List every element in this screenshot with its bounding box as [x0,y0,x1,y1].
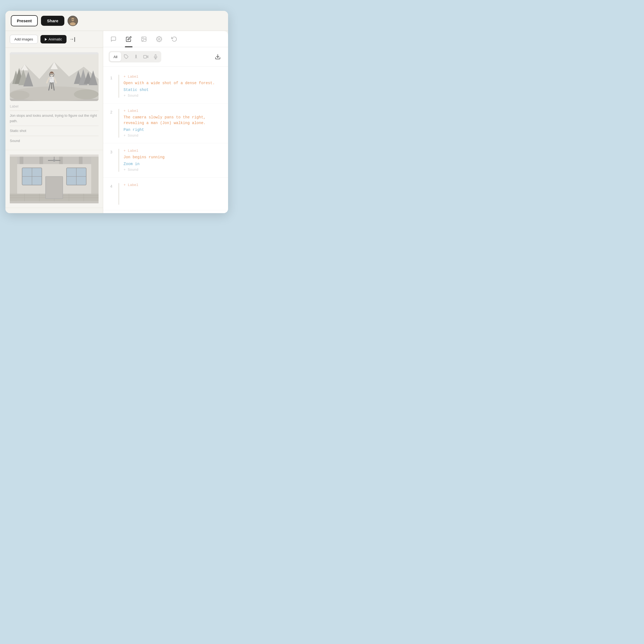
script-item-3: 3 + Label Jon begins running Zoom in + S… [103,143,228,178]
svg-rect-39 [39,157,43,164]
script-item-1: 1 + Label Open with a wide shot of a den… [103,69,228,103]
play-icon [45,38,47,41]
animatic-label: Animatic [49,37,62,41]
right-tabs [103,31,228,47]
script-content-2: + Label The camera slowly pans to the ri… [124,109,223,138]
script-camera-3[interactable]: Zoom in [124,162,223,166]
house-scene-svg [10,154,99,203]
script-number-1: 1 [109,75,114,98]
svg-rect-70 [144,55,147,58]
tab-script[interactable] [124,34,134,44]
storyboard-camera: Static shot [10,128,99,134]
storyboard-description: Jon stops and looks around, trying to fi… [10,113,99,124]
script-content-4: + Label [124,183,223,205]
script-bracket [118,75,119,98]
script-bracket-4 [118,183,119,205]
scene-house [10,154,99,203]
script-number-4: 4 [109,183,114,205]
script-label-add-4[interactable]: + Label [124,183,223,187]
storyboard-image [10,52,99,101]
storyboard-item: Label Jon stops and looks around, trying… [5,48,103,150]
filter-camera[interactable] [141,52,150,61]
toolbar: Present Share [5,11,228,31]
script-bracket-3 [118,149,119,172]
svg-point-34 [10,91,30,100]
scene-forest [10,52,99,101]
arrow-right-icon: →| [69,36,75,42]
script-sound-2[interactable]: + Sound [124,134,223,138]
script-label-add-2[interactable]: + Label [124,109,223,113]
tab-settings[interactable] [154,34,164,44]
field-divider [10,126,99,126]
avatar[interactable] [68,16,78,26]
avatar-svg [68,16,78,26]
script-description-3[interactable]: Jon begins running [124,154,223,160]
tab-history[interactable] [169,34,179,44]
svg-point-65 [143,38,143,39]
field-divider [10,136,99,136]
left-panel: Add images Animatic →| [5,31,103,213]
label-filter-icon [124,54,129,59]
script-sound-3[interactable]: + Sound [124,168,223,172]
script-list: 1 + Label Open with a wide shot of a den… [103,67,228,213]
download-icon [215,54,221,60]
second-toolbar: Add images Animatic →| [5,31,103,48]
svg-point-42 [53,159,55,162]
settings-icon [156,36,162,42]
app-container: Present Share Add [5,11,228,213]
script-sound-1[interactable]: + Sound [124,94,223,98]
script-icon [126,36,132,42]
storyboard-sound: Sound [10,138,99,144]
filter-sound[interactable] [151,52,160,61]
script-bracket-2 [118,109,119,138]
main-body: Add images Animatic →| [5,31,228,213]
storyboard-label-field: Label [10,104,99,108]
svg-point-68 [136,55,137,56]
motion-filter-icon [134,54,138,59]
script-label-add-3[interactable]: + Label [124,149,223,153]
right-panel: All [103,31,228,213]
script-camera-2[interactable]: Pan right [124,128,223,132]
sound-filter-icon [153,54,158,59]
svg-point-29 [50,74,51,75]
svg-rect-23 [49,77,54,83]
script-item-2: 2 + Label The camera slowly pans to the … [103,103,228,143]
script-number-2: 2 [109,109,114,138]
filter-pills: All [109,51,161,62]
filter-all[interactable]: All [110,52,121,61]
svg-point-35 [74,89,99,99]
script-content-1: + Label Open with a wide shot of a dense… [124,75,223,98]
script-number-3: 3 [109,149,114,172]
tab-chat[interactable] [109,34,118,44]
svg-rect-41 [79,157,83,164]
images-icon [141,36,147,42]
share-button[interactable]: Share [41,16,64,26]
add-images-button[interactable]: Add images [10,35,38,44]
svg-marker-69 [147,56,148,58]
storyboard-item-2 [5,150,103,208]
svg-rect-38 [20,157,23,164]
filter-label[interactable] [122,52,131,61]
script-item-4: 4 + Label [103,178,228,210]
forest-scene-svg [10,52,99,101]
script-camera-1[interactable]: Static shot [124,88,223,92]
download-button[interactable] [213,52,223,62]
avatar-image [68,16,78,26]
tab-images[interactable] [139,34,149,44]
storyboard-list: Label Jon stops and looks around, trying… [5,48,103,213]
chat-icon [111,36,116,42]
script-description-1[interactable]: Open with a wide shot of a dense forest. [124,80,223,86]
filter-motion[interactable] [131,52,141,61]
animatic-button[interactable]: Animatic [40,35,67,43]
present-button[interactable]: Present [11,15,38,26]
filter-bar: All [103,47,228,67]
camera-filter-icon [143,54,148,59]
script-content-3: + Label Jon begins running Zoom in + Sou… [124,149,223,172]
script-label-add-1[interactable]: + Label [124,75,223,79]
svg-rect-63 [46,176,63,199]
script-description-2[interactable]: The camera slowly pans to the right, rev… [124,115,223,126]
svg-point-66 [158,38,160,40]
history-icon [171,36,177,42]
